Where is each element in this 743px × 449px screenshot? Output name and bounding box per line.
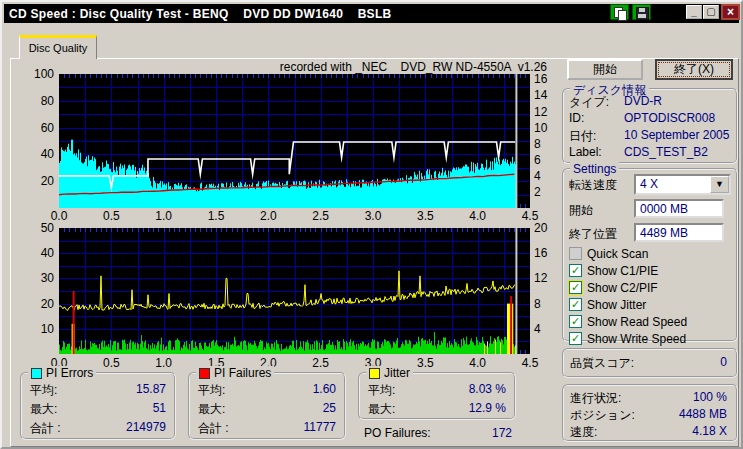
axis-tick-label: 10	[534, 121, 547, 135]
axis-tick-label: 0.5	[96, 356, 126, 370]
unchecked-checkbox-icon[interactable]	[569, 247, 582, 260]
axis-tick-label: 40	[30, 246, 54, 260]
checkbox-label: Show Read Speed	[587, 315, 687, 329]
axis-tick-label: 40	[30, 147, 54, 161]
axis-tick-label: 4.0	[463, 356, 493, 370]
checked-checkbox-icon[interactable]: ✓	[569, 264, 582, 277]
pi-failures-avg-value: 1.60	[313, 382, 336, 401]
quality-score-value: 0	[622, 355, 727, 369]
copy-page-shape-2	[618, 10, 627, 21]
jitter-max-value: 12.9 %	[469, 401, 506, 420]
axis-tick-label: 4.0	[463, 209, 493, 223]
axis-tick-label: 20	[30, 297, 54, 311]
disc-label-label: Label:	[569, 145, 602, 159]
copy-icon[interactable]	[610, 4, 629, 20]
progress-value: 100 %	[622, 390, 727, 404]
checked-checkbox-icon[interactable]: ✓	[569, 315, 582, 328]
checkbox-show-read-speed[interactable]: ✓Show Read Speed	[569, 313, 734, 330]
end-position-field[interactable]: 4489 MB	[634, 223, 724, 242]
pi-errors-legend: PI Errors	[28, 366, 96, 380]
axis-tick-label: 16	[534, 72, 547, 86]
checkbox-quick-scan[interactable]: Quick Scan	[569, 245, 734, 262]
pi-errors-stats-box: PI Errors 平均:15.87 最大:51 合計 :214979	[20, 372, 176, 440]
progress-label: 進行状況:	[570, 390, 621, 407]
save-icon[interactable]	[632, 4, 651, 20]
pi-errors-total-label: 合計 :	[30, 420, 61, 439]
minimize-button[interactable]: _	[686, 5, 702, 19]
axis-tick-label: 14	[534, 88, 547, 102]
maximize-button[interactable]: ▢	[703, 5, 719, 19]
pi-failures-avg-label: 平均:	[198, 382, 225, 401]
window-title: CD Speed : Disc Quality Test - BENQ DVD …	[4, 7, 392, 21]
top-chart-right-axis: 161412108642	[534, 74, 558, 208]
position-value: 4488 MB	[622, 407, 727, 421]
axis-tick-label: 20	[534, 221, 547, 235]
axis-tick-label: 16	[534, 246, 547, 260]
floppy-shape	[636, 7, 649, 20]
disc-type-value: DVD-R	[624, 94, 662, 108]
checkbox-show-write-speed[interactable]: ✓Show Write Speed	[569, 330, 734, 347]
axis-tick-label: 20	[30, 174, 54, 188]
axis-tick-label: 3.5	[410, 356, 440, 370]
po-failures-row: PO Failures: 172	[364, 426, 512, 445]
checked-checkbox-icon[interactable]: ✓	[569, 298, 582, 311]
disc-id-label: ID:	[569, 111, 584, 125]
axis-tick-label: 100	[30, 67, 54, 81]
axis-tick-label: 3.5	[410, 209, 440, 223]
checkbox-label: Show Write Speed	[587, 332, 686, 346]
speed-label: 速度:	[570, 424, 597, 441]
disc-date-value: 10 September 2005	[624, 128, 729, 142]
checkbox-show-jitter[interactable]: ✓Show Jitter	[569, 296, 734, 313]
jitter-avg-value: 8.03 %	[469, 382, 506, 401]
close-button[interactable]: ×	[721, 4, 740, 20]
axis-tick-label: 2	[534, 185, 541, 199]
pi-errors-total-value: 214979	[126, 420, 166, 439]
settings-title: Settings	[570, 162, 619, 176]
jitter-legend-label: Jitter	[384, 366, 410, 380]
axis-tick-label: 80	[30, 94, 54, 108]
recorded-with-header: recorded with _NEC DVD_RW ND-4550A v1.26	[242, 60, 547, 74]
axis-tick-label: 12	[534, 105, 547, 119]
start-position-field[interactable]: 0000 MB	[634, 199, 724, 218]
exit-button[interactable]: 終了(X)	[655, 59, 733, 80]
axis-tick-label: 4	[534, 169, 541, 183]
axis-tick-label: 4.5	[515, 356, 545, 370]
floppy-shutter	[639, 8, 645, 12]
top-chart-left-axis: 10080604020	[30, 74, 54, 208]
checkbox-label: Quick Scan	[587, 247, 648, 261]
jitter-swatch-icon	[369, 368, 380, 379]
chevron-down-icon[interactable]: ▼	[710, 176, 729, 193]
transfer-speed-select[interactable]: 4 X ▼	[634, 174, 731, 195]
transfer-speed-value: 4 X	[636, 176, 710, 193]
pi-failures-jitter-chart	[59, 228, 530, 354]
pi-errors-max-value: 51	[153, 401, 166, 420]
checked-checkbox-icon[interactable]: ✓	[569, 332, 582, 345]
axis-tick-label: 10	[30, 322, 54, 336]
tab-disc-quality[interactable]: Disc Quality	[19, 35, 97, 59]
bottom-chart-x-axis: 0.00.51.01.52.02.53.03.54.04.5	[59, 356, 530, 369]
pi-failures-total-label: 合計 :	[198, 420, 229, 439]
po-failures-value: 172	[492, 426, 512, 445]
app-window: CD Speed : Disc Quality Test - BENQ DVD …	[0, 0, 743, 449]
checkbox-label: Show C2/PIF	[587, 281, 658, 295]
jitter-avg-label: 平均:	[368, 382, 395, 401]
axis-tick-label: 1.5	[201, 209, 231, 223]
axis-tick-label: 8	[534, 297, 541, 311]
checkbox-show-c1-pie[interactable]: ✓Show C1/PIE	[569, 262, 734, 279]
disc-date-label: 日付:	[569, 128, 596, 145]
checked-checkbox-icon[interactable]: ✓	[569, 281, 582, 294]
end-position-label: 終了位置	[569, 226, 617, 243]
settings-checkbox-list: Quick Scan✓Show C1/PIE✓Show C2/PIF✓Show …	[569, 245, 734, 347]
start-button[interactable]: 開始	[567, 59, 643, 80]
axis-tick-label: 2.5	[306, 356, 336, 370]
axis-tick-label: 0.5	[96, 209, 126, 223]
floppy-label	[638, 14, 646, 18]
axis-tick-label: 8	[534, 137, 541, 151]
pi-failures-stats-box: PI Failures 平均:1.60 最大:25 合計 :11777	[188, 372, 346, 440]
pi-errors-swatch-icon	[31, 368, 42, 379]
axis-tick-label: 6	[534, 153, 541, 167]
bottom-chart-right-axis: 20161284	[534, 228, 558, 354]
po-failures-label: PO Failures:	[364, 426, 431, 445]
pi-errors-legend-label: PI Errors	[46, 366, 93, 380]
checkbox-show-c2-pif[interactable]: ✓Show C2/PIF	[569, 279, 734, 296]
